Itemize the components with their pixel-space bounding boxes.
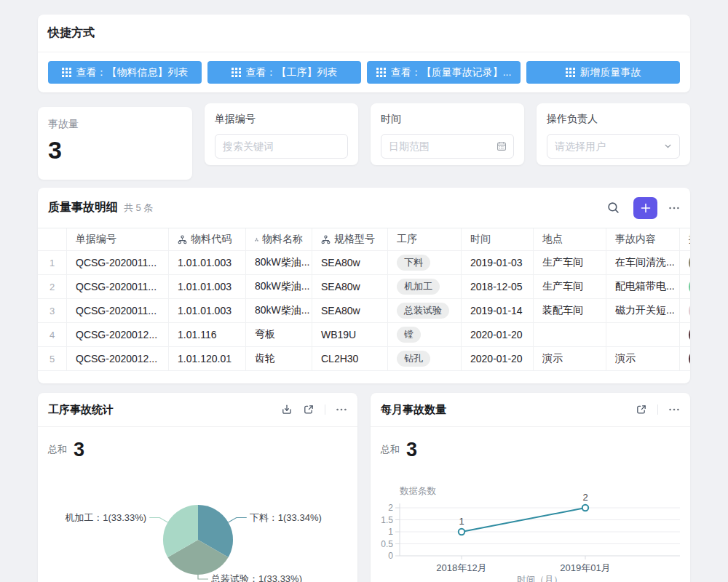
user-select[interactable] <box>547 134 680 159</box>
line-chart: 数据条数00.511.522018年12月2019年01月12时间（月） <box>371 427 690 582</box>
doc-no-input-box[interactable] <box>215 134 348 159</box>
more-icon[interactable] <box>668 202 680 214</box>
column-header-规格型号: 规格型号 <box>312 228 388 250</box>
cell-content: 在车间清洗... <box>606 251 680 274</box>
grid-icon <box>62 68 71 77</box>
x-tick-label: 2018年12月 <box>436 562 486 573</box>
pie-chart-title: 工序事故统计 <box>48 403 281 417</box>
cell-operator <box>680 347 690 370</box>
column-header-操作负责人: 操作负责人 <box>680 228 690 250</box>
accident-table: 单据编号物料代码物料名称规格型号工序时间地点事故内容操作负责人1QCSG-202… <box>38 228 690 371</box>
pie-slice-label: 总装试验：1(33.33%) <box>210 573 302 582</box>
shortcut-button-2[interactable]: 查看：【质量事故记录】... <box>367 61 521 84</box>
cell-doc_no: QCSG-2020011... <box>67 299 169 322</box>
avatar <box>689 302 690 319</box>
table-row[interactable]: 2QCSG-2020011...1.01.01.00380kW柴油...SEA8… <box>38 275 690 299</box>
cell-material_code: 1.01.116 <box>169 323 246 346</box>
date-range-input-box[interactable] <box>381 134 514 159</box>
more-icon[interactable] <box>336 404 347 415</box>
chevron-down-icon <box>663 142 673 151</box>
charts-row: 工序事故统计 <box>38 393 690 582</box>
accident-count-value: 3 <box>48 137 182 164</box>
column-header-物料代码: 物料代码 <box>169 228 246 250</box>
data-point[interactable] <box>582 505 588 511</box>
shortcut-button-label: 查看：【物料信息】列表 <box>76 66 189 79</box>
filter-card-time: 时间 <box>371 103 524 165</box>
row-number: 5 <box>38 347 67 370</box>
cell-material_code: 1.01.120.01 <box>169 347 246 370</box>
cell-material_name: 弯板 <box>246 323 312 346</box>
cell-date: 2018-12-05 <box>462 275 534 298</box>
expand-icon[interactable] <box>636 404 647 415</box>
table-row[interactable]: 4QCSG-2020012...1.01.116弯板WB19U镗2020-01-… <box>38 323 690 347</box>
download-icon[interactable] <box>281 404 293 415</box>
shortcuts-card-header: 快捷方式 <box>38 15 690 52</box>
process-accident-pie-card: 工序事故统计 <box>38 393 357 582</box>
data-point-label: 2 <box>582 492 587 503</box>
line-summary-label: 总和 <box>381 443 400 460</box>
relation-icon <box>255 235 258 244</box>
cell-operator <box>680 299 690 322</box>
pie-card-header: 工序事故统计 <box>38 393 357 427</box>
add-record-button[interactable] <box>633 197 657 219</box>
shortcut-button-3[interactable]: 新增质量事故 <box>526 61 680 84</box>
expand-icon[interactable] <box>303 404 314 415</box>
cell-operator <box>680 275 690 298</box>
data-point[interactable] <box>459 529 464 535</box>
pie-label-line <box>149 518 167 523</box>
grid-icon <box>232 68 241 77</box>
table-title: 质量事故明细 <box>48 200 118 215</box>
shortcut-buttons: 查看：【物料信息】列表查看：【工序】列表查看：【质量事故记录】...新增质量事故 <box>38 52 690 92</box>
shortcut-button-0[interactable]: 查看：【物料信息】列表 <box>48 61 202 84</box>
row-number: 4 <box>38 323 67 346</box>
cell-material_code: 1.01.01.003 <box>169 275 246 298</box>
y-axis-title: 数据条数 <box>400 486 437 496</box>
date-range-input[interactable] <box>389 140 491 152</box>
line-chart-title: 每月事故数量 <box>381 403 636 417</box>
shortcut-button-label: 新增质量事故 <box>580 66 641 79</box>
search-icon[interactable] <box>607 202 620 214</box>
y-tick-label: 2 <box>388 503 393 513</box>
line-chart-body: 总和 3 数据条数00.511.522018年12月2019年01月12时间（月… <box>371 427 690 582</box>
stats-filters-row: 事故量 3 单据编号 时间 <box>38 103 690 180</box>
shortcut-button-1[interactable]: 查看：【工序】列表 <box>207 61 361 84</box>
time-filter-label: 时间 <box>381 113 514 126</box>
x-tick-label: 2019年01月 <box>560 562 610 573</box>
plus-icon <box>641 203 651 213</box>
table-row[interactable]: 1QCSG-2020011...1.01.01.00380kW柴油...SEA8… <box>38 251 690 275</box>
table-row[interactable]: 3QCSG-2020011...1.01.01.00380kW柴油...SEA8… <box>38 299 690 323</box>
cell-operator <box>680 251 690 274</box>
pie-slice-label: 机加工：1(33.33%) <box>65 512 146 523</box>
cell-operator <box>680 323 690 346</box>
cell-spec: SEA80w <box>312 299 388 322</box>
pie-label-line <box>229 518 247 523</box>
cell-process: 镗 <box>388 323 462 346</box>
operator-filter-label: 操作负责人 <box>547 113 680 126</box>
y-tick-label: 1 <box>388 527 393 537</box>
cell-place: 演示 <box>534 347 606 370</box>
more-icon[interactable] <box>668 404 680 415</box>
process-tag: 钻孔 <box>397 351 430 367</box>
avatar <box>689 350 690 367</box>
cell-place: 装配车间 <box>534 299 606 322</box>
cell-process: 下料 <box>388 251 462 274</box>
cell-material_name: 80kW柴油... <box>246 251 312 274</box>
icon-divider <box>325 404 325 415</box>
process-tag: 镗 <box>397 327 421 343</box>
line-summary-value: 3 <box>406 440 417 460</box>
doc-no-filter-label: 单据编号 <box>215 113 348 126</box>
process-tag: 下料 <box>397 255 430 271</box>
calendar-icon[interactable] <box>496 141 507 151</box>
filter-card-operator: 操作负责人 <box>537 103 690 165</box>
cell-date: 2020-01-20 <box>462 347 534 370</box>
pie-summary-value: 3 <box>74 440 84 460</box>
line-summary: 总和 3 <box>381 440 417 460</box>
user-select-input[interactable] <box>555 140 657 152</box>
cell-material_name: 齿轮 <box>246 347 312 370</box>
process-tag: 机加工 <box>397 279 440 295</box>
doc-no-search-input[interactable] <box>223 140 325 152</box>
y-tick-label: 0.5 <box>381 539 393 549</box>
table-row[interactable]: 5QCSG-2020012...1.01.120.01齿轮CL2H30钻孔202… <box>38 347 690 371</box>
cell-material_code: 1.01.01.003 <box>169 299 246 322</box>
relation-icon <box>178 235 187 244</box>
